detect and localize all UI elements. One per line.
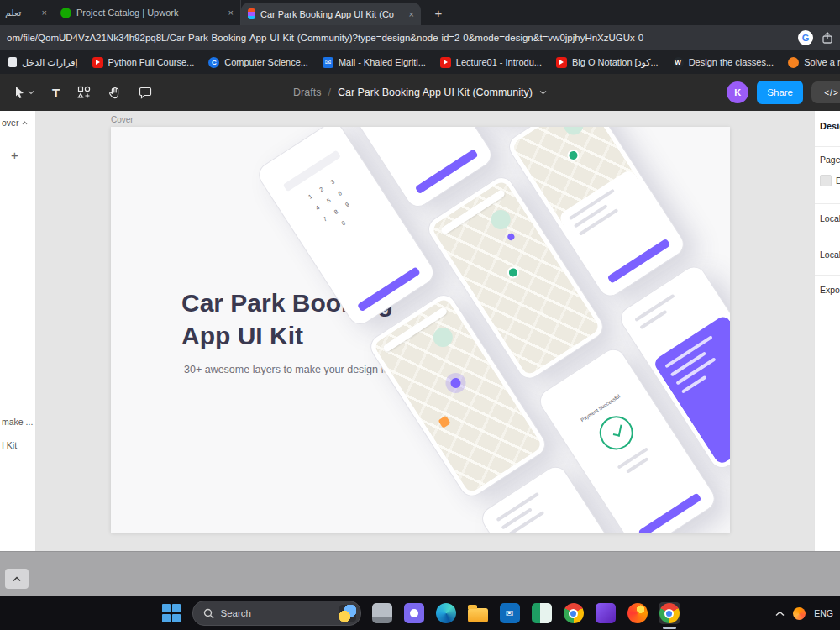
search-box[interactable]: Search [192, 601, 361, 626]
close-icon[interactable]: × [42, 8, 47, 18]
screen: تعلم × Project Catalog | Upwork × Car Pa… [0, 0, 840, 630]
canvas-bottom-band [0, 551, 840, 597]
section-local-styles[interactable]: Local styles [820, 213, 840, 223]
bookmark-item[interactable]: إقرارات الدخل [8, 57, 78, 68]
purple-app-button[interactable] [403, 602, 425, 624]
bookmark-item[interactable]: C Computer Science... [208, 57, 308, 68]
toolbar-right-group: K Share </> [727, 81, 840, 104]
avatar[interactable]: K [727, 81, 748, 103]
primary-button [638, 492, 701, 533]
map-marker-orange [438, 416, 450, 428]
comment-tool[interactable] [139, 86, 152, 99]
system-app-button[interactable] [371, 602, 393, 624]
browser-tab-figma-active[interactable]: Car Park Booking App UI Kit (Co × [241, 3, 421, 25]
language-indicator[interactable]: ENG [814, 608, 833, 618]
new-tab-button[interactable]: + [428, 2, 449, 24]
text-tool-icon: T [52, 86, 60, 100]
close-icon[interactable]: × [228, 8, 234, 18]
monitor-icon [372, 603, 392, 623]
page-color-row[interactable]: E5E5E5 [820, 175, 840, 186]
add-page-button[interactable]: + [11, 148, 18, 162]
bookmark-item[interactable]: Lecture01 - Introdu... [440, 57, 542, 68]
upwork-icon [60, 8, 71, 18]
search-pill [440, 189, 507, 235]
tab-design[interactable]: Design [820, 121, 840, 131]
divider [815, 275, 840, 276]
page-name: over [2, 118, 18, 128]
bookmarks-bar: إقرارات الدخل Python Full Course... C Co… [0, 50, 840, 74]
chrome-button[interactable] [563, 602, 585, 624]
file-title[interactable]: Car Park Booking App UI Kit (Community) [338, 87, 533, 98]
breadcrumb-drafts[interactable]: Drafts [293, 87, 321, 98]
chevron-down-icon[interactable] [539, 90, 547, 95]
bookmark-item[interactable]: Big O Notation [كود... [556, 57, 659, 68]
color-hex-value[interactable]: E5E5E5 [836, 176, 840, 186]
breadcrumb-separator: / [328, 87, 330, 98]
layer-item[interactable]: make ... [2, 417, 33, 427]
firefox-icon [627, 603, 648, 623]
youtube-icon [92, 57, 103, 68]
layer-item[interactable]: I Kit [2, 440, 17, 450]
chevron-up-icon [13, 576, 21, 582]
text-skeleton [496, 480, 570, 533]
bookmark-label: Lecture01 - Introdu... [456, 57, 542, 67]
firefox-button[interactable] [627, 602, 648, 624]
chrome-active-button[interactable] [659, 602, 680, 624]
bookmark-item[interactable]: Solve a maze using... [788, 57, 840, 68]
chevron-down-icon [28, 90, 34, 95]
bookmark-item[interactable]: W Design the classes... [673, 57, 774, 68]
mail-button[interactable]: ✉ [499, 602, 521, 624]
dev-mode-toggle[interactable]: </> [811, 81, 840, 103]
hidden-icons-chevron-icon[interactable] [775, 611, 785, 617]
bookmark-label: إقرارات الدخل [22, 57, 78, 68]
section-export[interactable]: Export [820, 285, 840, 295]
canvas[interactable]: Cover Car Park Booking App UI Kit 30+ aw… [36, 111, 814, 551]
search-pill [382, 307, 449, 353]
spreadsheet-icon [532, 603, 552, 623]
map-pin-purple [507, 232, 516, 241]
visual-studio-button[interactable] [595, 602, 617, 624]
text-tool[interactable]: T [52, 86, 60, 100]
section-page[interactable]: Page [820, 155, 840, 165]
letter-c-icon: C [208, 57, 219, 68]
orange-site-icon [788, 57, 799, 68]
hand-tool[interactable] [108, 86, 121, 99]
breadcrumb: Drafts / Car Park Booking App UI Kit (Co… [293, 87, 547, 98]
close-icon[interactable]: × [409, 9, 414, 19]
bookmark-item[interactable]: ✉ Mail - Khaled Elgritl... [323, 57, 426, 68]
address-bar[interactable]: om/file/QomUD4VzA21Nk34h92pq8L/Car-Park-… [7, 33, 790, 43]
wordpress-icon: W [673, 57, 684, 68]
map-pin-green [565, 147, 581, 163]
browser-tab-learn[interactable]: تعلم × [0, 0, 54, 25]
tab-title: تعلم [5, 8, 37, 18]
cover-frame[interactable]: Car Park Booking App UI Kit 30+ awesome … [111, 127, 730, 533]
browser-tab-upwork[interactable]: Project Catalog | Upwork × [54, 0, 241, 25]
excel-button[interactable] [531, 602, 553, 624]
frame-label[interactable]: Cover [111, 115, 134, 124]
tray-app-icon[interactable] [793, 607, 806, 620]
move-tool[interactable] [13, 86, 34, 99]
search-icon [203, 608, 214, 619]
bookmark-label: Computer Science... [224, 57, 308, 67]
section-local-variables[interactable]: Local variables [820, 249, 840, 260]
start-button[interactable] [160, 602, 182, 624]
edge-button[interactable] [435, 602, 457, 624]
shapes-grid-icon [77, 86, 91, 99]
bookmark-item[interactable]: Python Full Course... [92, 57, 195, 68]
share-icon[interactable] [822, 32, 833, 44]
bookmark-label: Python Full Course... [108, 57, 195, 67]
map-pin-green [505, 265, 521, 281]
cursor-icon [13, 86, 25, 99]
resources-tool[interactable] [77, 86, 91, 99]
windows-taskbar: Search ✉ ENG [0, 596, 840, 630]
google-icon[interactable]: G [798, 30, 813, 45]
collapse-button[interactable] [5, 569, 29, 589]
figma-toolbar: T Drafts [0, 74, 840, 111]
page-row-cover[interactable]: over [2, 118, 28, 128]
comment-bubble-icon [139, 86, 152, 99]
file-explorer-button[interactable] [467, 602, 489, 624]
share-button[interactable]: Share [757, 81, 803, 104]
color-swatch[interactable] [820, 175, 832, 186]
folder-icon [468, 608, 488, 622]
mail-icon: ✉ [323, 57, 333, 68]
